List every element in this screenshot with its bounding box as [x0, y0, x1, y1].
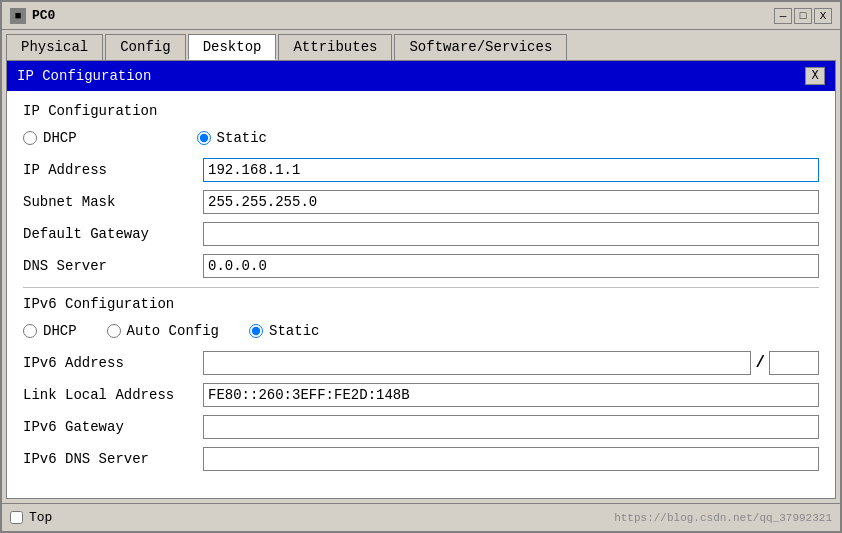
ipv6-gateway-row: IPv6 Gateway	[23, 414, 819, 440]
subnet-mask-row: Subnet Mask	[23, 189, 819, 215]
ipv6-autoconfig-radio[interactable]	[107, 324, 121, 338]
footer-left: Top	[10, 510, 52, 525]
dns-server-label: DNS Server	[23, 258, 203, 274]
ipv6-address-field-group: /	[203, 351, 819, 375]
static-option: Static	[197, 130, 267, 146]
top-checkbox[interactable]	[10, 511, 23, 524]
ipv6-dns-row: IPv6 DNS Server	[23, 446, 819, 472]
ip-config-header-bar: IP Configuration X	[7, 61, 835, 91]
ipv6-mode-row: DHCP Auto Config Static	[23, 318, 819, 344]
footer: Top https://blog.csdn.net/qq_37992321	[2, 503, 840, 531]
ipv6-dhcp-radio[interactable]	[23, 324, 37, 338]
tab-desktop[interactable]: Desktop	[188, 34, 277, 60]
minimize-button[interactable]: —	[774, 8, 792, 24]
app-icon: ■	[10, 8, 26, 24]
ipv6-autoconfig-label[interactable]: Auto Config	[127, 323, 219, 339]
close-button[interactable]: X	[814, 8, 832, 24]
ipv6-address-input[interactable]	[203, 351, 751, 375]
ipv6-prefix-input[interactable]	[769, 351, 819, 375]
ipv4-section-title: IP Configuration	[23, 103, 819, 119]
ip-config-close-button[interactable]: X	[805, 67, 825, 85]
ipv6-static-label[interactable]: Static	[269, 323, 319, 339]
ipv6-dhcp-option: DHCP	[23, 323, 77, 339]
ipv6-dns-input[interactable]	[203, 447, 819, 471]
watermark: https://blog.csdn.net/qq_37992321	[614, 512, 832, 524]
tab-config[interactable]: Config	[105, 34, 185, 60]
default-gateway-row: Default Gateway	[23, 221, 819, 247]
ipv4-mode-row: DHCP Static	[23, 125, 819, 151]
default-gateway-label: Default Gateway	[23, 226, 203, 242]
dns-server-row: DNS Server	[23, 253, 819, 279]
form-area: IP Configuration DHCP Static IP Address	[7, 91, 835, 498]
dns-server-input[interactable]	[203, 254, 819, 278]
tab-software-services[interactable]: Software/Services	[394, 34, 567, 60]
dhcp-option: DHCP	[23, 130, 77, 146]
ipv6-dns-label: IPv6 DNS Server	[23, 451, 203, 467]
content-area: IP Configuration X IP Configuration DHCP…	[6, 60, 836, 499]
tab-bar: Physical Config Desktop Attributes Softw…	[2, 30, 840, 60]
static-radio[interactable]	[197, 131, 211, 145]
ipv6-section-title: IPv6 Configuration	[23, 296, 819, 312]
link-local-row: Link Local Address	[23, 382, 819, 408]
ipv6-dhcp-label[interactable]: DHCP	[43, 323, 77, 339]
default-gateway-input[interactable]	[203, 222, 819, 246]
section-divider	[23, 287, 819, 288]
static-label[interactable]: Static	[217, 130, 267, 146]
tab-physical[interactable]: Physical	[6, 34, 103, 60]
ipv6-static-radio[interactable]	[249, 324, 263, 338]
ip-address-row: IP Address	[23, 157, 819, 183]
subnet-mask-input[interactable]	[203, 190, 819, 214]
ipv6-static-option: Static	[249, 323, 319, 339]
ipv6-gateway-input[interactable]	[203, 415, 819, 439]
ip-address-input[interactable]	[203, 158, 819, 182]
ipv6-slash: /	[755, 354, 765, 372]
maximize-button[interactable]: □	[794, 8, 812, 24]
dhcp-label[interactable]: DHCP	[43, 130, 77, 146]
ipv6-address-row: IPv6 Address /	[23, 350, 819, 376]
ipv6-autoconfig-option: Auto Config	[107, 323, 219, 339]
top-label: Top	[29, 510, 52, 525]
subnet-mask-label: Subnet Mask	[23, 194, 203, 210]
window-title: PC0	[32, 8, 55, 23]
tab-attributes[interactable]: Attributes	[278, 34, 392, 60]
main-window: ■ PC0 — □ X Physical Config Desktop Attr…	[0, 0, 842, 533]
link-local-label: Link Local Address	[23, 387, 203, 403]
link-local-input[interactable]	[203, 383, 819, 407]
title-bar: ■ PC0 — □ X	[2, 2, 840, 30]
title-bar-left: ■ PC0	[10, 8, 55, 24]
title-bar-controls: — □ X	[774, 8, 832, 24]
ipv6-address-label: IPv6 Address	[23, 355, 203, 371]
dhcp-radio[interactable]	[23, 131, 37, 145]
ip-config-title: IP Configuration	[17, 68, 151, 84]
ip-address-label: IP Address	[23, 162, 203, 178]
ipv6-gateway-label: IPv6 Gateway	[23, 419, 203, 435]
